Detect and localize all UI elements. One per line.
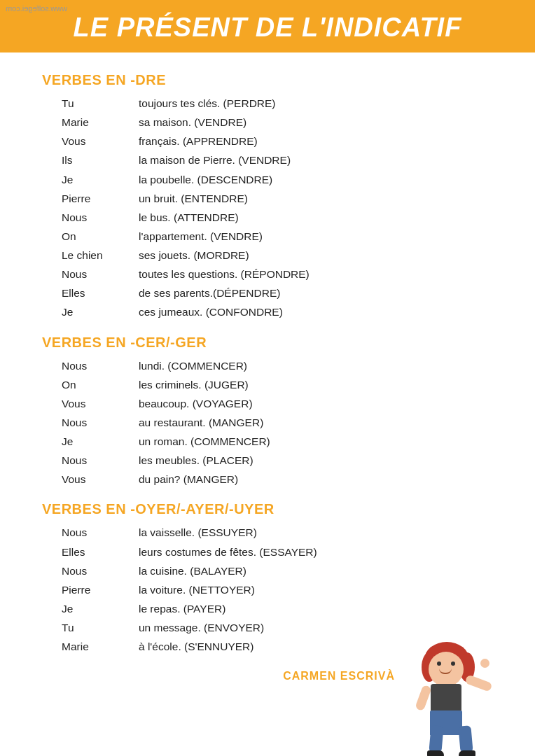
list-item: Le chienses jouets. (MORDRE) — [62, 246, 507, 265]
completion: le bus. (ATTENDRE) — [139, 208, 239, 227]
list-item: Onl'appartement. (VENDRE) — [62, 227, 507, 246]
completion: ces jumeaux. (CONFONDRE) — [139, 302, 283, 321]
leg-right — [458, 726, 473, 753]
subject: Nous — [62, 208, 139, 227]
section-dre-title: VERBES EN -DRE — [42, 72, 507, 88]
subject: Tu — [62, 94, 139, 113]
subject: Nous — [62, 523, 139, 542]
completion: la voiture. (NETTOYER) — [139, 580, 255, 599]
list-item: Noustoutes les questions. (RÉPONDRE) — [62, 265, 507, 284]
subject: Nous — [62, 265, 139, 284]
leg-left — [429, 726, 443, 753]
subject: Je — [62, 170, 139, 189]
completion: du pain? (MANGER) — [139, 470, 238, 489]
completion: la poubelle. (DESCENDRE) — [139, 170, 272, 189]
subject: Pierre — [62, 580, 139, 599]
torso — [431, 684, 461, 712]
list-item: Vousbeaucoup. (VOYAGER) — [62, 394, 507, 413]
subject: Nous — [62, 356, 139, 375]
list-item: Jele repas. (PAYER) — [62, 599, 507, 618]
hand-raised — [480, 659, 489, 668]
list-item: Nousle bus. (ATTENDRE) — [62, 208, 507, 227]
list-item: Jeun roman. (COMMENCER) — [62, 432, 507, 451]
main-content: VERBES EN -DRE Tutoujours tes clés. (PER… — [0, 52, 535, 756]
completion: la cuisine. (BALAYER) — [139, 561, 246, 580]
section-cer-ger: VERBES EN -CER/-GER Nouslundi. (COMMENCE… — [42, 335, 507, 489]
completion: un message. (ENVOYER) — [139, 618, 264, 637]
list-item: Tuun message. (ENVOYER) — [62, 618, 507, 637]
subject: Je — [62, 599, 139, 618]
completion: français. (APPRENDRE) — [139, 132, 258, 150]
completion: à l'école. (S'ENNUYER) — [139, 637, 253, 656]
completion: les meubles. (PLACER) — [139, 451, 253, 470]
completion: leurs costumes de fêtes. (ESSAYER) — [139, 542, 317, 561]
list-item: Tutoujours tes clés. (PERDRE) — [62, 94, 507, 113]
list-item: Onles criminels. (JUGER) — [62, 375, 507, 394]
watermark: www.solfegei.com — [6, 4, 67, 13]
subject: Je — [62, 302, 139, 321]
completion: le repas. (PAYER) — [139, 599, 225, 618]
completion: ses jouets. (MORDRE) — [139, 246, 249, 265]
character-illustration — [402, 649, 493, 756]
shoe-left — [427, 750, 444, 756]
list-item: Ilsla maison de Pierre. (VENDRE) — [62, 150, 507, 169]
completion: la vaisselle. (ESSUYER) — [139, 523, 257, 542]
completion: lundi. (COMMENCER) — [139, 356, 247, 375]
completion: la maison de Pierre. (VENDRE) — [139, 150, 291, 169]
list-item: Jela poubelle. (DESCENDRE) — [62, 170, 507, 189]
section-cer-ger-title: VERBES EN -CER/-GER — [42, 335, 507, 351]
list-item: Nousles meubles. (PLACER) — [62, 451, 507, 470]
arm-raised — [464, 675, 492, 692]
subject: Je — [62, 432, 139, 451]
list-item: Nouslundi. (COMMENCER) — [62, 356, 507, 375]
list-item: Vousdu pain? (MANGER) — [62, 470, 507, 489]
completion: sa maison. (VENDRE) — [139, 113, 246, 132]
subject: Elles — [62, 542, 139, 561]
subject: Tu — [62, 618, 139, 637]
completion: les criminels. (JUGER) — [139, 375, 249, 394]
list-item: Pierrela voiture. (NETTOYER) — [62, 580, 507, 599]
section-cer-ger-list: Nouslundi. (COMMENCER) Onles criminels. … — [42, 356, 507, 489]
completion: un bruit. (ENTENDRE) — [139, 189, 248, 208]
subject: Nous — [62, 561, 139, 580]
list-item: Nousla vaisselle. (ESSUYER) — [62, 523, 507, 542]
shoe-right — [459, 750, 475, 756]
completion: toujours tes clés. (PERDRE) — [139, 94, 276, 113]
list-item: Nousla cuisine. (BALAYER) — [62, 561, 507, 580]
subject: Elles — [62, 284, 139, 302]
list-item: Pierreun bruit. (ENTENDRE) — [62, 189, 507, 208]
subject: Marie — [62, 637, 139, 656]
subject: Vous — [62, 394, 139, 413]
list-item: Vousfrançais. (APPRENDRE) — [62, 132, 507, 150]
section-oyer-title: VERBES EN -OYER/-AYER/-UYER — [42, 501, 507, 517]
list-item: Mariesa maison. (VENDRE) — [62, 113, 507, 132]
subject: Vous — [62, 470, 139, 489]
completion: toutes les questions. (RÉPONDRE) — [139, 265, 310, 284]
subject: Nous — [62, 451, 139, 470]
page-title: LE PRÉSENT DE L'INDICATIF — [0, 0, 535, 52]
completion: beaucoup. (VOYAGER) — [139, 394, 253, 413]
subject: Nous — [62, 413, 139, 432]
list-item: Jeces jumeaux. (CONFONDRE) — [62, 302, 507, 321]
completion: un roman. (COMMENCER) — [139, 432, 270, 451]
subject: Ils — [62, 150, 139, 169]
character-body — [402, 649, 493, 756]
section-dre-list: Tutoujours tes clés. (PERDRE) Mariesa ma… — [42, 94, 507, 322]
list-item: Nousau restaurant. (MANGER) — [62, 413, 507, 432]
subject: On — [62, 227, 139, 246]
list-item: Ellesde ses parents.(DÉPENDRE) — [62, 284, 507, 302]
completion: au restaurant. (MANGER) — [139, 413, 263, 432]
subject: Pierre — [62, 189, 139, 208]
arm-down — [415, 685, 432, 711]
subject: On — [62, 375, 139, 394]
section-dre: VERBES EN -DRE Tutoujours tes clés. (PER… — [42, 72, 507, 322]
section-oyer-list: Nousla vaisselle. (ESSUYER) Ellesleurs c… — [42, 523, 507, 656]
completion: l'appartement. (VENDRE) — [139, 227, 263, 246]
subject: Vous — [62, 132, 139, 150]
subject: Le chien — [62, 246, 139, 265]
subject: Marie — [62, 113, 139, 132]
footer-area: CARMEN ESCRIVÀ — [42, 670, 507, 754]
completion: de ses parents.(DÉPENDRE) — [139, 284, 280, 302]
section-oyer: VERBES EN -OYER/-AYER/-UYER Nousla vaiss… — [42, 501, 507, 656]
list-item: Ellesleurs costumes de fêtes. (ESSAYER) — [62, 542, 507, 561]
